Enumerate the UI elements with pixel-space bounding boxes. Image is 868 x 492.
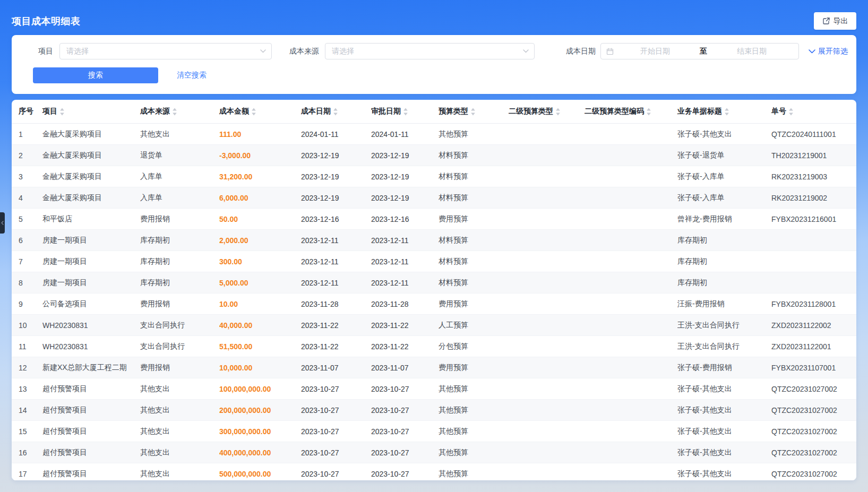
start-date-input[interactable]: 开始日期 xyxy=(614,47,697,56)
cell-index: 4 xyxy=(19,194,42,202)
sort-icon[interactable] xyxy=(555,108,561,116)
sort-icon[interactable] xyxy=(333,108,338,116)
cell-doc_title: 王洪-支出合同执行 xyxy=(677,342,771,351)
clear-search-link[interactable]: 清空搜索 xyxy=(177,71,207,80)
cell-budget_type: 材料预算 xyxy=(439,278,509,288)
sort-icon[interactable] xyxy=(251,108,256,116)
cell-doc_no: RK20231219002 xyxy=(771,194,856,202)
cell-budget_type: 其他预算 xyxy=(439,469,509,479)
cell-amount: 300.00 xyxy=(219,257,301,266)
sort-icon[interactable] xyxy=(646,108,651,116)
column-header-doc_no[interactable]: 单号 xyxy=(771,107,856,116)
sort-icon[interactable] xyxy=(172,108,177,116)
cell-approve_date: 2023-12-11 xyxy=(371,236,439,245)
cell-budget_type: 材料预算 xyxy=(439,172,509,182)
cell-cost_date: 2023-10-27 xyxy=(301,470,371,478)
cell-amount: 100,000,000.00 xyxy=(219,385,301,393)
column-label: 成本日期 xyxy=(301,107,331,116)
column-header-budget_type[interactable]: 预算类型 xyxy=(439,107,509,116)
cell-budget_type: 分包预算 xyxy=(439,342,509,351)
sort-icon[interactable] xyxy=(403,108,408,116)
table-row: 2金融大厦采购项目退货单-3,000.002023-12-192023-12-1… xyxy=(12,145,856,166)
cell-doc_no: QTZC20231027002 xyxy=(771,470,856,478)
cell-budget_type: 其他预算 xyxy=(439,130,509,139)
cell-doc_title: 库存期初 xyxy=(677,257,771,266)
cell-project: 和平饭店 xyxy=(42,214,140,224)
cost-source-select[interactable]: 请选择 xyxy=(325,43,535,59)
cell-project: 超付预警项目 xyxy=(42,427,140,436)
expand-filters-label: 展开筛选 xyxy=(818,47,848,56)
cell-approve_date: 2023-11-22 xyxy=(371,321,439,330)
cell-source: 其他支出 xyxy=(140,427,219,436)
cell-index: 7 xyxy=(19,257,42,266)
cost-detail-table: 序号项目成本来源成本金额成本日期审批日期预算类型二级预算类型二级预算类型编码业务… xyxy=(12,100,856,480)
export-button-label: 导出 xyxy=(833,16,848,26)
cell-doc_title: 张子硕-其他支出 xyxy=(677,448,771,458)
column-header-amount[interactable]: 成本金额 xyxy=(219,107,301,116)
cell-approve_date: 2023-12-16 xyxy=(371,215,439,223)
search-button[interactable]: 搜索 xyxy=(33,67,158,83)
table-body[interactable]: 1金融大厦采购项目其他支出111.002024-01-112024-01-11其… xyxy=(12,124,856,480)
table-row: 1金融大厦采购项目其他支出111.002024-01-112024-01-11其… xyxy=(12,124,856,145)
cell-approve_date: 2023-10-27 xyxy=(371,385,439,393)
table-row: 5和平饭店费用报销50.002023-12-162023-12-16费用预算曾祥… xyxy=(12,209,856,230)
filter-panel: 项目 请选择 成本来源 请选择 成本日期 开始日期 至 结束日期 xyxy=(12,35,856,94)
cell-cost_date: 2023-11-22 xyxy=(301,342,371,351)
cell-project: WH20230831 xyxy=(42,321,140,330)
cell-project: 新建XX总部大厦工程二期 xyxy=(42,363,140,373)
cell-doc_title: 汪振-费用报销 xyxy=(677,299,771,309)
column-label: 二级预算类型 xyxy=(509,107,553,116)
table-row: 11WH20230831支出合同执行51,500.002023-11-22202… xyxy=(12,336,856,357)
export-icon xyxy=(822,17,830,25)
cost-date-range-picker[interactable]: 开始日期 至 结束日期 xyxy=(600,43,799,59)
sort-icon[interactable] xyxy=(470,108,476,116)
cell-doc_title: 张子硕-其他支出 xyxy=(677,469,771,479)
column-header-sub_budget_type[interactable]: 二级预算类型 xyxy=(509,107,585,116)
cell-project: 房建一期项目 xyxy=(42,278,140,288)
sort-icon[interactable] xyxy=(724,108,729,116)
cell-project: 房建一期项目 xyxy=(42,236,140,245)
cell-source: 退货单 xyxy=(140,151,219,160)
cell-doc_no: ZXD20231122002 xyxy=(771,321,856,330)
drawer-handle[interactable] xyxy=(0,212,5,234)
column-label: 预算类型 xyxy=(439,107,468,116)
table-row: 14超付预警项目其他支出200,000,000.002023-10-272023… xyxy=(12,400,856,421)
table-row: 9公司备选项目费用报销10.002023-11-282023-11-28费用预算… xyxy=(12,294,856,315)
export-button[interactable]: 导出 xyxy=(814,12,856,30)
column-header-approve_date[interactable]: 审批日期 xyxy=(371,107,439,116)
cell-project: 金融大厦采购项目 xyxy=(42,193,140,203)
sort-icon[interactable] xyxy=(59,108,65,116)
cell-cost_date: 2023-10-27 xyxy=(301,385,371,393)
cell-index: 17 xyxy=(19,470,42,478)
cell-project: 房建一期项目 xyxy=(42,257,140,266)
cell-source: 其他支出 xyxy=(140,384,219,394)
column-header-doc_title[interactable]: 业务单据标题 xyxy=(677,107,771,116)
cell-approve_date: 2023-10-27 xyxy=(371,470,439,478)
cell-budget_type: 费用预算 xyxy=(439,363,509,373)
cell-source: 库存期初 xyxy=(140,278,219,288)
cell-index: 14 xyxy=(19,406,42,415)
cell-project: 超付预警项目 xyxy=(42,469,140,479)
column-header-sub_budget_code[interactable]: 二级预算类型编码 xyxy=(585,107,677,116)
cell-cost_date: 2023-12-19 xyxy=(301,172,371,181)
cell-cost_date: 2023-12-19 xyxy=(301,194,371,202)
table-row: 10WH20230831支出合同执行40,000.002023-11-22202… xyxy=(12,315,856,336)
table-row: 17超付预警项目其他支出500,000,000.002023-10-272023… xyxy=(12,463,856,480)
cell-cost_date: 2023-10-27 xyxy=(301,427,371,436)
cell-source: 支出合同执行 xyxy=(140,321,219,330)
cell-source: 入库单 xyxy=(140,172,219,182)
cell-amount: 31,200.00 xyxy=(219,172,301,181)
expand-filters-link[interactable]: 展开筛选 xyxy=(809,47,848,56)
cell-index: 10 xyxy=(19,321,42,330)
column-header-source[interactable]: 成本来源 xyxy=(140,107,219,116)
cell-amount: 6,000.00 xyxy=(219,194,301,202)
column-header-cost_date[interactable]: 成本日期 xyxy=(301,107,371,116)
column-label: 单号 xyxy=(771,107,786,116)
cell-source: 库存期初 xyxy=(140,236,219,245)
column-header-project[interactable]: 项目 xyxy=(42,107,140,116)
end-date-input[interactable]: 结束日期 xyxy=(710,47,793,56)
cell-doc_title: 王洪-支出合同执行 xyxy=(677,321,771,330)
column-label: 成本金额 xyxy=(219,107,249,116)
project-select[interactable]: 请选择 xyxy=(59,43,272,59)
sort-icon[interactable] xyxy=(788,108,794,116)
